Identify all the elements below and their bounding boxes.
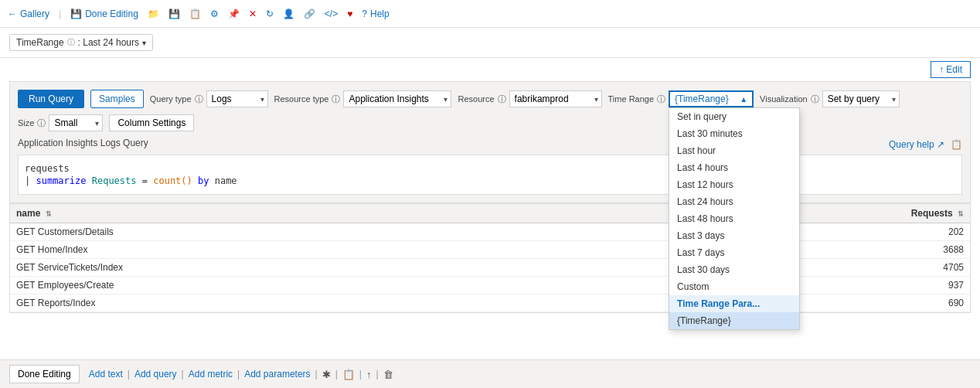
add-text-link[interactable]: Add text (89, 369, 123, 379)
time-range-option[interactable]: Last 7 days (669, 244, 799, 261)
time-range-option[interactable]: Last 30 days (669, 261, 799, 278)
results-table: name ⇅ Requests ⇅ GET Customers/Details2… (10, 204, 970, 312)
query-text-requests: requests (25, 163, 70, 174)
time-range-option[interactable]: Set in query (669, 108, 799, 125)
help-btn[interactable]: ? Help (362, 9, 389, 19)
pin-btn[interactable]: 📌 (228, 9, 240, 19)
close-btn[interactable]: ✕ (249, 9, 257, 19)
cell-name: GET Employees/Create (10, 277, 630, 294)
time-range-option[interactable]: {TimeRange} (669, 312, 799, 329)
time-range-option[interactable]: Last 30 minutes (669, 125, 799, 142)
time-range-pill-label: TimeRange (16, 37, 64, 48)
cell-name: GET Home/Index (10, 241, 630, 259)
add-query-link[interactable]: Add query (134, 369, 177, 379)
visualization-select[interactable]: Set by query (822, 90, 900, 107)
edit-button[interactable]: ↑ Edit (931, 61, 971, 78)
col-requests-label: Requests (911, 208, 953, 219)
user-icon-btn[interactable]: 👤 (283, 9, 294, 19)
query-summarize-kw: summarize (36, 175, 86, 186)
cell-name: GET Reports/Index (10, 294, 630, 312)
query-type-select[interactable]: Logs (206, 90, 268, 107)
link-btn[interactable]: 🔗 (304, 9, 315, 19)
query-name-field: name (209, 175, 236, 186)
back-arrow-icon: ← (8, 9, 17, 19)
code-btn[interactable]: </> (325, 9, 338, 19)
time-range-pill-value: : Last 24 hours (78, 37, 139, 48)
time-range-option[interactable]: Last 12 hours (669, 176, 799, 193)
toolbar-separator-1: | (59, 9, 61, 19)
gallery-nav[interactable]: ← Gallery (8, 9, 49, 19)
gear-icon: ⚙ (210, 9, 219, 19)
open-folder-btn[interactable]: 📁 (148, 9, 159, 19)
results-container: name ⇅ Requests ⇅ GET Customers/Details2… (9, 203, 971, 313)
time-range-pill[interactable]: TimeRange ⓘ : Last 24 hours ▾ (9, 34, 153, 51)
time-range-label: Time Range (608, 94, 655, 104)
time-range-dropdown: Set in queryLast 30 minutesLast hourLast… (669, 107, 800, 330)
visualization-label: Visualization (760, 94, 808, 104)
column-settings-button[interactable]: Column Settings (109, 114, 194, 131)
query-help-link[interactable]: Query help ↗ (889, 139, 944, 150)
pipe-3: | (237, 369, 240, 379)
resource-type-label: Resource type (274, 94, 329, 104)
add-parameters-link[interactable]: Add parameters (244, 369, 310, 379)
time-range-option[interactable]: Last 48 hours (669, 210, 799, 227)
add-metric-link[interactable]: Add metric (189, 369, 233, 379)
time-range-option[interactable]: Custom (669, 278, 799, 295)
samples-button[interactable]: Samples (90, 90, 144, 108)
sort-icon-requests: ⇅ (958, 210, 964, 218)
query-type-info-icon: ⓘ (195, 94, 203, 105)
time-range-option[interactable]: Time Range Para... (669, 295, 799, 312)
col-name-label: name (16, 208, 40, 219)
done-editing-toolbar[interactable]: 💾 Done Editing (70, 9, 138, 19)
floppy-icon: 💾 (168, 9, 180, 19)
save-btn[interactable]: 💾 (168, 9, 180, 19)
resource-select-wrapper: fabrikamprod (509, 90, 602, 107)
pipe-2: | (182, 369, 184, 379)
run-query-button[interactable]: Run Query (18, 90, 84, 108)
pipe-5: | (335, 369, 338, 379)
time-range-option[interactable]: Last 3 days (669, 227, 799, 244)
query-by-kw: by (198, 175, 209, 186)
pipe-4: | (315, 369, 318, 379)
size-label: Size (18, 118, 34, 128)
pin-icon: 📌 (228, 9, 240, 19)
results-thead: name ⇅ Requests ⇅ (10, 204, 970, 223)
query-type-group: Query type ⓘ Logs (150, 90, 268, 107)
resource-select[interactable]: fabrikamprod (509, 90, 602, 107)
settings-btn[interactable]: ⚙ (210, 9, 219, 19)
time-range-info-icon: ⓘ (657, 94, 665, 105)
resource-label: Resource (458, 94, 494, 104)
heart-btn[interactable]: ♥ (347, 9, 352, 19)
time-range-option[interactable]: Last 24 hours (669, 193, 799, 210)
table-row: GET Customers/Details202 (10, 223, 970, 241)
size-select[interactable]: Small (49, 114, 103, 131)
copy-bottom-icon[interactable]: 📋 (342, 369, 355, 380)
query-editor-header: Application Insights Logs Query Query he… (18, 138, 962, 151)
question-icon: ? (362, 9, 367, 19)
time-range-option[interactable]: Last 4 hours (669, 159, 799, 176)
gallery-label: Gallery (20, 9, 49, 19)
query-line-1: requests (25, 163, 955, 174)
query-editor[interactable]: requests | summarize Requests = count() … (18, 155, 962, 195)
save-icon: 💾 (70, 9, 82, 19)
resource-type-group: Resource type ⓘ Application Insights (274, 90, 452, 107)
resource-type-select[interactable]: Application Insights (343, 90, 451, 107)
pipe-1: | (128, 369, 130, 379)
results-header-row: name ⇅ Requests ⇅ (10, 204, 970, 223)
time-range-open-button[interactable]: {TimeRange} ▲ (669, 90, 754, 107)
query-line-2: | summarize Requests = count() by name (25, 175, 955, 186)
query-space (86, 175, 91, 186)
done-editing-button[interactable]: Done Editing (9, 365, 80, 383)
pipe-6: | (359, 369, 362, 379)
visualization-info-icon: ⓘ (811, 94, 819, 105)
results-tbody: GET Customers/Details202GET Home/Index36… (10, 223, 970, 312)
asterisk-icon[interactable]: ✱ (322, 369, 331, 380)
time-range-option[interactable]: Last hour (669, 142, 799, 159)
trash-icon[interactable]: 🗑 (383, 369, 393, 380)
query-editor-label: Application Insights Logs Query (18, 138, 148, 148)
refresh-btn[interactable]: ↻ (266, 9, 274, 19)
query-copy-icon[interactable]: 📋 (951, 139, 962, 150)
up-arrow-icon[interactable]: ↑ (366, 369, 372, 380)
clone-btn[interactable]: 📋 (189, 9, 201, 19)
query-type-label: Query type (150, 94, 192, 104)
